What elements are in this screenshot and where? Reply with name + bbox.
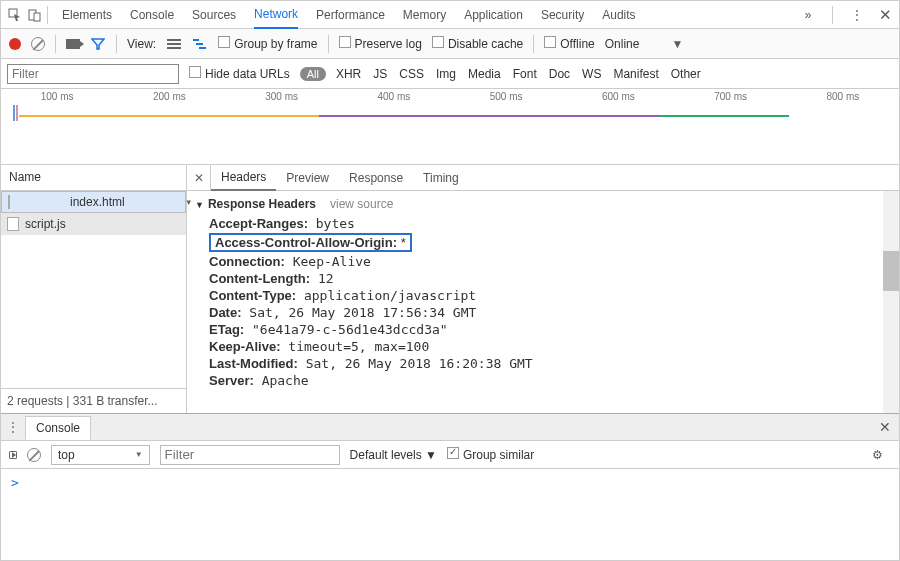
- filter-type-ws[interactable]: WS: [582, 67, 601, 81]
- filter-type-doc[interactable]: Doc: [549, 67, 570, 81]
- context-selector[interactable]: top: [51, 445, 150, 465]
- filter-types: XHRJSCSSImgMediaFontDocWSManifestOther: [336, 67, 701, 81]
- time-mark: 600 ms: [602, 91, 635, 102]
- time-mark: 800 ms: [826, 91, 859, 102]
- view-source-link[interactable]: view source: [330, 197, 393, 211]
- filter-bar: Hide data URLs All XHRJSCSSImgMediaFontD…: [1, 59, 899, 89]
- hide-data-urls-option[interactable]: Hide data URLs: [189, 66, 290, 81]
- filter-all[interactable]: All: [300, 67, 326, 81]
- header-row: Last-Modified: Sat, 26 May 2018 16:20:38…: [195, 355, 891, 372]
- filter-type-css[interactable]: CSS: [399, 67, 424, 81]
- file-name: script.js: [25, 217, 66, 231]
- requests-panel: Name index.htmlscript.js 2 requests | 33…: [1, 165, 187, 413]
- screenshot-icon[interactable]: [66, 39, 80, 49]
- tab-sources[interactable]: Sources: [192, 1, 236, 29]
- kebab-menu-icon[interactable]: ⋮: [849, 7, 865, 23]
- file-icon: [8, 195, 10, 209]
- execution-context-icon[interactable]: [9, 451, 17, 459]
- separator: [116, 35, 117, 53]
- main-toolbar: ElementsConsoleSourcesNetworkPerformance…: [1, 1, 899, 29]
- console-tab[interactable]: Console: [25, 416, 91, 440]
- filter-type-manifest[interactable]: Manifest: [613, 67, 658, 81]
- detail-tab-preview[interactable]: Preview: [276, 165, 339, 191]
- network-controls: View: Group by frame Preserve log Disabl…: [1, 29, 899, 59]
- filter-type-font[interactable]: Font: [513, 67, 537, 81]
- filter-type-other[interactable]: Other: [671, 67, 701, 81]
- offline-option[interactable]: Offline: [544, 36, 594, 51]
- separator: [832, 6, 833, 24]
- settings-gear-icon[interactable]: ⚙: [869, 447, 885, 463]
- scrollbar-thumb[interactable]: [883, 251, 899, 291]
- svg-rect-8: [199, 47, 206, 49]
- header-row: Keep-Alive: timeout=5, max=100: [195, 338, 891, 355]
- header-row: Server: Apache: [195, 372, 891, 389]
- log-levels-select[interactable]: Default levels ▼: [350, 448, 437, 462]
- time-mark: 700 ms: [714, 91, 747, 102]
- view-label: View:: [127, 37, 156, 51]
- details-panel: ✕ HeadersPreviewResponseTiming Response …: [187, 165, 899, 413]
- tab-performance[interactable]: Performance: [316, 1, 385, 29]
- more-tabs-icon[interactable]: »: [800, 7, 816, 23]
- group-by-frame-option[interactable]: Group by frame: [218, 36, 317, 51]
- detail-tab-response[interactable]: Response: [339, 165, 413, 191]
- filter-icon[interactable]: [90, 36, 106, 52]
- file-icon: [7, 217, 19, 231]
- time-mark: 400 ms: [377, 91, 410, 102]
- response-headers-section[interactable]: Response Headersview source: [195, 197, 891, 211]
- device-toggle-icon[interactable]: [27, 7, 43, 23]
- time-mark: 500 ms: [490, 91, 523, 102]
- preserve-log-option[interactable]: Preserve log: [339, 36, 422, 51]
- name-column-header[interactable]: Name: [1, 165, 186, 191]
- tab-memory[interactable]: Memory: [403, 1, 446, 29]
- header-row: Access-Control-Allow-Origin: *: [195, 232, 891, 253]
- svg-rect-7: [196, 43, 203, 45]
- tab-console[interactable]: Console: [130, 1, 174, 29]
- header-row: Content-Type: application/javascript: [195, 287, 891, 304]
- group-similar-option[interactable]: Group similar: [447, 447, 534, 462]
- file-name: index.html: [70, 195, 125, 209]
- close-drawer-icon[interactable]: ✕: [877, 419, 893, 435]
- header-row: Content-Length: 12: [195, 270, 891, 287]
- filter-type-media[interactable]: Media: [468, 67, 501, 81]
- header-row: Date: Sat, 26 May 2018 17:56:34 GMT: [195, 304, 891, 321]
- time-mark: 300 ms: [265, 91, 298, 102]
- filter-input[interactable]: [7, 64, 179, 84]
- close-details-icon[interactable]: ✕: [187, 165, 211, 191]
- throttling-select[interactable]: Online: [605, 37, 640, 51]
- separator: [328, 35, 329, 53]
- filter-type-js[interactable]: JS: [373, 67, 387, 81]
- timeline-overview[interactable]: 100 ms200 ms300 ms400 ms500 ms600 ms700 …: [1, 89, 899, 165]
- large-rows-icon[interactable]: [166, 36, 182, 52]
- disable-cache-option[interactable]: Disable cache: [432, 36, 523, 51]
- close-icon[interactable]: ✕: [877, 7, 893, 23]
- time-mark: 200 ms: [153, 91, 186, 102]
- waterfall-icon[interactable]: [192, 36, 208, 52]
- filter-type-img[interactable]: Img: [436, 67, 456, 81]
- console-filter-input[interactable]: [160, 445, 340, 465]
- scrollbar[interactable]: [883, 191, 899, 413]
- tab-application[interactable]: Application: [464, 1, 523, 29]
- console-prompt[interactable]: >: [1, 469, 899, 496]
- tab-security[interactable]: Security: [541, 1, 584, 29]
- detail-tab-timing[interactable]: Timing: [413, 165, 469, 191]
- record-icon[interactable]: [9, 38, 21, 50]
- tab-network[interactable]: Network: [254, 1, 298, 29]
- request-row[interactable]: index.html: [1, 191, 186, 213]
- request-row[interactable]: script.js: [1, 213, 186, 235]
- svg-rect-3: [167, 39, 181, 41]
- dropdown-icon[interactable]: ▼: [669, 36, 685, 52]
- drawer-menu-icon[interactable]: ⋮: [1, 420, 25, 434]
- devtools-tabs: ElementsConsoleSourcesNetworkPerformance…: [62, 1, 796, 29]
- svg-rect-2: [34, 13, 40, 21]
- separator: [55, 35, 56, 53]
- inspect-icon[interactable]: [7, 7, 23, 23]
- tab-elements[interactable]: Elements: [62, 1, 112, 29]
- tab-audits[interactable]: Audits: [602, 1, 635, 29]
- clear-console-icon[interactable]: [27, 448, 41, 462]
- console-toolbar: top Default levels ▼ Group similar ⚙: [1, 441, 899, 469]
- detail-tab-headers[interactable]: Headers: [211, 165, 276, 191]
- clear-icon[interactable]: [31, 37, 45, 51]
- console-drawer-tabbar: ⋮ Console ✕: [1, 413, 899, 441]
- filter-type-xhr[interactable]: XHR: [336, 67, 361, 81]
- header-row: Accept-Ranges: bytes: [195, 215, 891, 232]
